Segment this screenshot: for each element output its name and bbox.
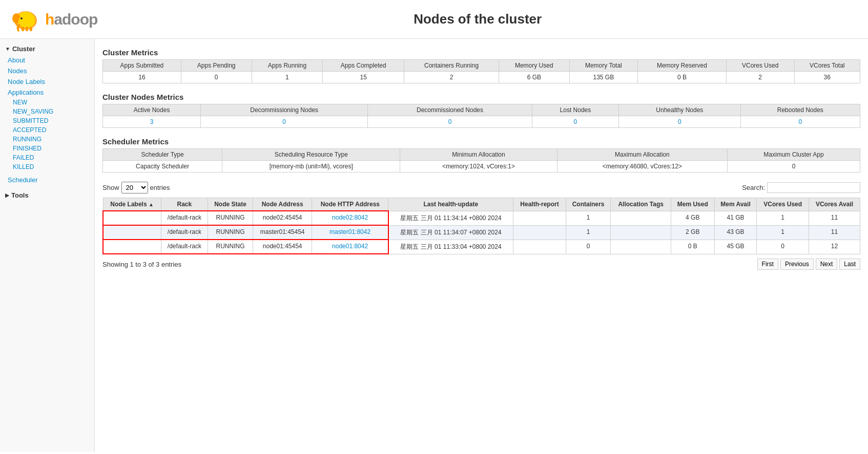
val-maximum-allocation: <memory:46080, vCores:12> [557,161,727,172]
node-labels-cell [103,225,161,240]
th-maximum-cluster-app: Maximum Cluster App [728,149,860,161]
main-layout: ▼ Cluster About Nodes Node Labels Applic… [0,39,868,452]
th-rack[interactable]: Rack [161,198,208,211]
running-link[interactable]: RUNNING [13,136,42,143]
sidebar-sub-submitted[interactable]: SUBMITTED [0,116,94,125]
th-node-state[interactable]: Node State [208,198,253,211]
sidebar-item-scheduler[interactable]: Scheduler [0,175,94,185]
th-apps-completed: Apps Completed [323,60,404,72]
vcores-avail-cell: 11 [809,211,860,225]
sidebar-sub-killed[interactable]: KILLED [0,162,94,171]
val-apps-pending: 0 [181,72,252,83]
scheduler-metrics-wrapper: Scheduler Type Scheduling Resource Type … [102,148,860,178]
pagination: First Previous Next Last [757,258,860,270]
about-link[interactable]: About [8,56,25,64]
sidebar-item-about[interactable]: About [0,55,94,66]
cluster-nodes-metrics-wrapper: Active Nodes Decommissioning Nodes Decom… [102,104,860,133]
th-vcores-avail[interactable]: VCores Avail [809,198,860,211]
th-health-report[interactable]: Health-report [513,198,566,211]
health-report-cell [513,240,566,254]
accepted-link[interactable]: ACCEPTED [13,126,46,134]
th-lost-nodes: Lost Nodes [532,104,618,116]
mem-avail-cell: 41 GB [714,211,757,225]
table-row: /default-rackRUNNINGmaster01:45454master… [103,225,860,240]
sidebar-sub-failed[interactable]: FAILED [0,153,94,162]
val-decommissioning-nodes: 0 [201,116,368,128]
address-cell: node01:45454 [253,240,312,254]
killed-link[interactable]: KILLED [13,163,34,170]
scheduler-metrics-title: Scheduler Metrics [102,137,860,146]
th-unhealthy-nodes: Unhealthy Nodes [619,104,741,116]
th-scheduling-resource-type: Scheduling Resource Type [222,149,400,161]
th-allocation-tags[interactable]: Allocation Tags [611,198,671,211]
header: hadoop Nodes of the cluster [0,0,868,39]
next-button[interactable]: Next [816,258,838,270]
sidebar-tools-header[interactable]: ▶ Tools [0,189,94,201]
cluster-metrics-wrapper: Apps Submitted Apps Pending Apps Running… [102,59,860,89]
cluster-metrics-data-row: 16 0 1 15 2 6 GB 135 GB 0 B 2 36 [103,72,860,83]
sidebar-item-node-labels[interactable]: Node Labels [0,76,94,87]
last-button[interactable]: Last [839,258,860,270]
nodes-link[interactable]: Nodes [8,67,27,75]
health-report-cell [513,211,566,225]
table-controls: Show 10 20 50 100 entries Search: [102,182,860,193]
svg-rect-6 [26,27,28,31]
sidebar-item-nodes[interactable]: Nodes [0,66,94,76]
allocation-tags-cell [611,225,671,240]
th-vcores-used: VCores Used [726,60,794,72]
sidebar-cluster-header[interactable]: ▼ Cluster [0,43,94,55]
nodes-table-header-row: Node Labels ▲ Rack Node State Node Addre… [103,198,860,211]
scheduler-metrics-table: Scheduler Type Scheduling Resource Type … [102,148,860,172]
th-last-health-update[interactable]: Last health-update [388,198,513,211]
sidebar-sub-finished[interactable]: FINISHED [0,144,94,153]
val-apps-completed: 15 [323,72,404,83]
th-mem-avail[interactable]: Mem Avail [714,198,757,211]
th-node-address[interactable]: Node Address [253,198,312,211]
val-vcores-used: 2 [726,72,794,83]
sidebar: ▼ Cluster About Nodes Node Labels Applic… [0,39,95,452]
svg-point-4 [20,17,23,19]
sidebar-sub-running[interactable]: RUNNING [0,135,94,144]
th-containers[interactable]: Containers [566,198,611,211]
search-input[interactable] [767,182,860,193]
sidebar-sub-new-saving[interactable]: NEW_SAVING [0,107,94,116]
val-decommissioned-nodes: 0 [368,116,532,128]
state-cell: RUNNING [208,240,253,254]
applications-link[interactable]: Applications [8,89,44,96]
new-link[interactable]: NEW [13,99,27,106]
table-row: /default-rackRUNNINGnode02:45454node02:8… [103,211,860,225]
sidebar-item-applications[interactable]: Applications [0,87,94,98]
th-node-labels[interactable]: Node Labels ▲ [103,198,161,211]
sidebar-sub-accepted[interactable]: ACCEPTED [0,125,94,135]
svg-point-3 [18,15,35,28]
scheduler-link[interactable]: Scheduler [8,176,38,184]
containers-cell: 1 [566,225,611,240]
val-minimum-allocation: <memory:1024, vCores:1> [400,161,557,172]
node-labels-link[interactable]: Node Labels [8,78,45,85]
submitted-link[interactable]: SUBMITTED [13,117,48,124]
vcores-avail-cell: 11 [809,225,860,240]
node-labels-cell [103,211,161,225]
th-scheduler-type: Scheduler Type [103,149,222,161]
last-health-cell: 星期五 三月 01 11:34:14 +0800 2024 [388,211,513,225]
table-row: /default-rackRUNNINGnode01:45454node01:8… [103,240,860,254]
new-saving-link[interactable]: NEW_SAVING [13,108,53,115]
failed-link[interactable]: FAILED [13,154,34,161]
sidebar-sub-new[interactable]: NEW [0,98,94,107]
hadoop-logo-icon [10,5,41,33]
th-node-http-address[interactable]: Node HTTP Address [312,198,388,211]
allocation-tags-cell [611,211,671,225]
val-apps-running: 1 [252,72,323,83]
previous-button[interactable]: Previous [780,258,814,270]
th-vcores-used[interactable]: VCores Used [757,198,809,211]
cluster-nodes-metrics-table: Active Nodes Decommissioning Nodes Decom… [102,104,860,128]
scheduler-data-row: Capacity Scheduler [memory-mb (unit=Mi),… [103,161,860,172]
mem-avail-cell: 43 GB [714,225,757,240]
first-button[interactable]: First [757,258,778,270]
vcores-used-cell: 1 [757,225,809,240]
last-health-cell: 星期五 三月 01 11:33:04 +0800 2024 [388,240,513,254]
tools-arrow-icon: ▶ [5,192,9,198]
entries-select[interactable]: 10 20 50 100 [121,182,148,193]
finished-link[interactable]: FINISHED [13,145,42,152]
th-mem-used[interactable]: Mem Used [671,198,714,211]
